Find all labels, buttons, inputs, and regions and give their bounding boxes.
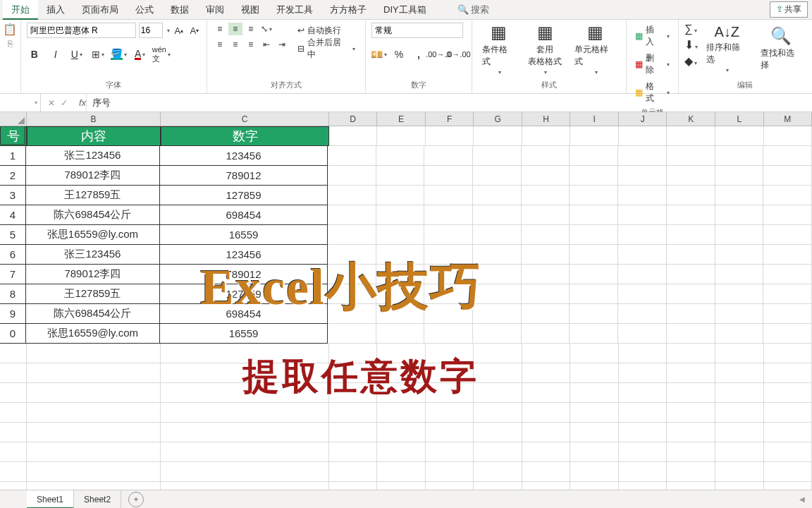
cell[interactable] <box>715 363 764 383</box>
col-header[interactable]: K <box>667 112 715 126</box>
cell[interactable] <box>522 166 570 186</box>
cell[interactable] <box>715 324 764 344</box>
cell[interactable] <box>522 205 570 225</box>
cell[interactable] <box>426 462 474 482</box>
bold-button[interactable]: B <box>27 47 42 62</box>
cell[interactable] <box>570 423 619 442</box>
cell-style-button[interactable]: ▦单元格样式▾ <box>570 23 620 75</box>
col-header[interactable]: B <box>27 112 161 126</box>
cell[interactable] <box>570 225 618 245</box>
cell[interactable] <box>763 186 812 205</box>
sort-filter-button[interactable]: A↓Z排序和筛选▾ <box>702 23 752 75</box>
cell[interactable] <box>763 166 812 186</box>
cell[interactable] <box>377 423 426 442</box>
cell[interactable] <box>328 205 376 225</box>
cell[interactable] <box>763 265 812 284</box>
cell[interactable]: 16559 <box>159 323 328 344</box>
col-header[interactable]: D <box>329 112 378 126</box>
cell[interactable] <box>426 423 474 442</box>
cell[interactable] <box>27 383 161 403</box>
cell[interactable] <box>764 403 812 423</box>
cell[interactable]: 16559 <box>159 224 328 245</box>
merge-button[interactable]: ⊟合并后居中▾ <box>293 41 359 56</box>
cell[interactable] <box>764 383 812 403</box>
tab-insert[interactable]: 插入 <box>38 0 73 20</box>
cell[interactable] <box>376 205 425 225</box>
cell[interactable] <box>764 442 812 462</box>
cell[interactable] <box>161 462 328 482</box>
cond-format-button[interactable]: ▦条件格式▾ <box>478 23 519 75</box>
cell[interactable] <box>377 462 426 482</box>
italic-button[interactable]: I <box>48 47 63 62</box>
cell[interactable] <box>329 442 378 462</box>
cell[interactable] <box>27 403 161 423</box>
cell[interactable] <box>618 146 667 166</box>
cell[interactable] <box>764 344 812 363</box>
cell[interactable]: 陈六698454公斤 <box>25 205 160 225</box>
cell[interactable] <box>667 284 715 304</box>
cell[interactable] <box>570 166 618 186</box>
insert-cells-button[interactable]: ▦插入▾ <box>632 23 672 49</box>
cell[interactable] <box>715 166 764 186</box>
cell[interactable] <box>715 344 764 363</box>
cell[interactable] <box>522 462 571 482</box>
cell[interactable] <box>377 126 426 146</box>
cell[interactable] <box>715 146 764 166</box>
cell[interactable] <box>328 166 376 186</box>
find-button[interactable]: 🔍查找和选择 <box>756 23 806 75</box>
col-header[interactable]: L <box>715 112 764 126</box>
percent-icon[interactable]: % <box>391 47 407 62</box>
cell[interactable] <box>570 442 619 462</box>
cell[interactable] <box>618 186 667 205</box>
paste-icon[interactable]: 📋 <box>3 23 17 36</box>
cell[interactable] <box>0 344 27 363</box>
cell[interactable] <box>376 186 425 205</box>
cell[interactable] <box>764 363 812 383</box>
font-size-select[interactable] <box>139 23 163 38</box>
cell[interactable] <box>424 205 473 225</box>
cell[interactable] <box>329 423 378 442</box>
cell[interactable]: 内容 <box>27 126 161 146</box>
cell[interactable] <box>473 166 522 186</box>
cell[interactable] <box>619 126 668 146</box>
cell[interactable] <box>570 126 619 146</box>
cell[interactable] <box>618 166 667 186</box>
cell[interactable] <box>619 423 668 442</box>
search-box[interactable]: 🔍 搜索 <box>449 0 498 20</box>
cell[interactable] <box>763 245 812 265</box>
cell[interactable] <box>667 245 715 265</box>
cell[interactable] <box>426 442 474 462</box>
cell[interactable] <box>522 383 571 403</box>
dec-decimal-icon[interactable]: .0→.00 <box>450 47 466 62</box>
cell[interactable] <box>764 126 812 146</box>
cell[interactable] <box>667 225 715 245</box>
cell[interactable] <box>667 344 715 363</box>
tab-review[interactable]: 审阅 <box>197 0 233 20</box>
cell[interactable]: 9 <box>0 303 26 324</box>
cell[interactable]: 王127859五 <box>25 185 160 205</box>
cell[interactable] <box>522 186 570 205</box>
share-button[interactable]: ⇪共享 <box>770 1 808 18</box>
number-format-select[interactable] <box>371 23 463 38</box>
align-left-icon[interactable]: ≡ <box>213 38 227 51</box>
tab-ffgz[interactable]: 方方格子 <box>321 0 375 20</box>
cell[interactable]: 789012 <box>159 165 328 186</box>
border-button[interactable]: ⊞▾ <box>90 47 106 62</box>
cell[interactable] <box>715 186 764 205</box>
cell[interactable] <box>376 166 425 186</box>
cell[interactable] <box>715 403 764 423</box>
formula-input[interactable]: 序号 <box>86 94 812 111</box>
cell[interactable] <box>522 442 571 462</box>
cell[interactable] <box>474 126 522 146</box>
cell[interactable] <box>619 383 668 403</box>
clear-icon[interactable]: ◆▾ <box>684 54 697 68</box>
cell[interactable] <box>667 324 715 344</box>
sheet-tab[interactable]: Sheet2 <box>74 490 121 509</box>
cell[interactable] <box>522 344 571 363</box>
sheet-tab[interactable]: Sheet1 <box>27 490 74 509</box>
cell[interactable] <box>0 383 27 403</box>
comma-icon[interactable]: , <box>411 47 426 62</box>
cell[interactable] <box>570 304 618 324</box>
grid-body[interactable]: 号内容数字1张三1234561234562789012李四7890123王127… <box>0 126 812 506</box>
cell[interactable]: 号 <box>0 126 27 146</box>
